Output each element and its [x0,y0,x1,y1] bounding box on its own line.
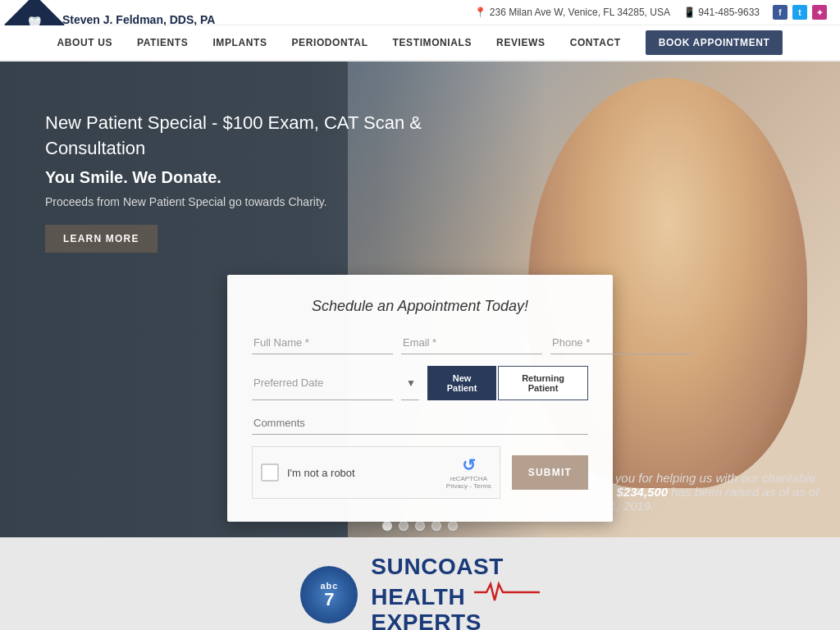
preferred-date-input[interactable] [252,366,393,400]
phone-input[interactable] [550,331,692,354]
carousel-dot-1[interactable] [382,521,392,531]
hero-tagline: You Smile. We Donate. [45,168,439,187]
returning-patient-button[interactable]: Returning Patient [498,366,588,400]
abc7-badge: abc 7 [300,566,358,623]
instagram-icon[interactable]: ✦ [812,5,827,20]
phone-info: 📱 941-485-9633 [683,7,760,18]
full-name-input[interactable] [252,331,393,354]
form-row-1 [252,331,588,354]
carousel-dot-5[interactable] [448,521,458,531]
charity-text: Thank you for helping us with our charit… [578,471,824,513]
address-info: 📍 236 Milan Ave W, Venice, FL 34285, USA [474,7,669,18]
book-appointment-button[interactable]: BOOK APPOINTMENT [646,30,783,55]
nav-testimonials[interactable]: TESTIMONIALS [393,37,472,48]
top-bar: 🦷 Steven J. Feldman, DDS, PA Periodontic… [0,0,840,25]
facebook-icon[interactable]: f [773,5,788,20]
carousel-dot-2[interactable] [399,521,409,531]
nav-implants[interactable]: IMPLANTS [212,37,267,48]
recaptcha-checkbox[interactable] [261,463,279,482]
phone-icon: 📱 [683,7,696,18]
carousel-dots [382,521,458,531]
recaptcha-brand-icon: ↺ [462,456,476,474]
address-text: 236 Milan Ave W, Venice, FL 34285, USA [490,7,670,18]
charity-text2: has been raised as of as of July 31, 201… [578,485,819,513]
hero-section: New Patient Special - $100 Exam, CAT Sca… [0,62,840,537]
social-icons: f t ✦ [773,5,827,20]
comments-input[interactable] [252,412,588,435]
nav-bar: ABOUT US PATIENTS IMPLANTS PERIODONTAL T… [0,25,840,62]
appointment-form: Schedule an Appointment Today! Preferred… [227,275,613,522]
submit-button[interactable]: SUBMIT [512,455,588,490]
form-title: Schedule an Appointment Today! [252,298,588,315]
carousel-dot-4[interactable] [431,521,441,531]
hero-subtext: Proceeds from New Patient Special go tow… [45,195,439,208]
patient-type-group: New Patient Returning Patient [427,366,588,400]
preferred-time-select-wrap[interactable]: Preferred Time Morning Afternoon Evening… [401,366,419,400]
recaptcha-logo: ↺ reCAPTCHAPrivacy - Terms [446,455,491,490]
twitter-icon[interactable]: t [792,5,807,20]
new-patient-button[interactable]: New Patient [427,366,496,400]
practice-name: Steven J. Feldman, DDS, PA [62,13,215,26]
experts-text: EXPERTS [371,609,482,631]
recaptcha-label: I'm not a robot [287,467,355,479]
phone-text: 941-485-9633 [698,7,760,18]
bottom-section: abc 7 SUNCOAST HEALTH EXPERTS [0,537,840,630]
learn-more-button[interactable]: LEARN MORE [45,225,158,253]
suncoast-network-text: SUNCOAST [371,554,504,579]
nav-contact[interactable]: CONTACT [570,37,621,48]
heartbeat-icon [474,580,540,605]
suncoast-logo: abc 7 SUNCOAST HEALTH EXPERTS [300,555,539,630]
hero-content: New Patient Special - $100 Exam, CAT Sca… [45,111,439,253]
nav-reviews[interactable]: REVIEWS [496,37,546,48]
recaptcha-widget[interactable]: I'm not a robot ↺ reCAPTCHAPrivacy - Ter… [252,446,500,499]
recaptcha-small-text: reCAPTCHAPrivacy - Terms [446,475,491,490]
email-input[interactable] [401,331,542,354]
charity-amount: $234,500 [617,485,669,499]
preferred-time-select[interactable]: Preferred Time Morning Afternoon Evening [401,366,419,388]
form-bottom-row: I'm not a robot ↺ reCAPTCHAPrivacy - Ter… [252,446,588,499]
suncoast-text: SUNCOAST HEALTH EXPERTS [371,555,539,630]
nav-patients[interactable]: PATIENTS [137,37,188,48]
nav-periodontal[interactable]: PERIODONTAL [292,37,368,48]
hero-headline: New Patient Special - $100 Exam, CAT Sca… [45,111,439,162]
charity-overlay: Thank you for helping us with our charit… [578,471,824,513]
health-text: HEALTH [371,584,465,609]
location-icon: 📍 [474,7,486,18]
nav-about-us[interactable]: ABOUT US [57,37,112,48]
carousel-dot-3[interactable] [415,521,425,531]
topbar-right: 📍 236 Milan Ave W, Venice, FL 34285, USA… [474,5,827,20]
form-row-2: Preferred Time Morning Afternoon Evening… [252,366,588,400]
health-line: HEALTH [371,580,539,610]
channel-number: 7 [324,591,334,609]
